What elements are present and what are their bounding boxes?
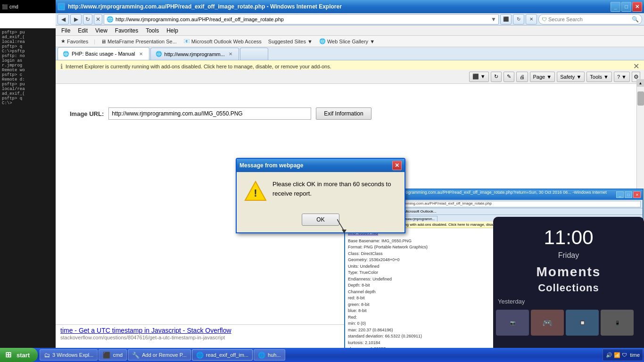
go-arrow[interactable]: ▼ [491, 16, 496, 23]
exif-info-button[interactable]: Exif Information [316, 107, 371, 120]
dialog-ok-button[interactable]: OK [302, 214, 339, 226]
stop-button[interactable]: ✕ [94, 14, 102, 25]
window-title: http://www.rjmprogramming.com.au/PHP/rea… [68, 3, 611, 10]
fav-web-slice[interactable]: 🌐 Web Slice Gallery ▼ [317, 37, 377, 45]
taskbar: ⊞ start 🗂 3 Windows Expl... ⬛ cmd 🔧 Add … [0, 348, 644, 362]
stack-overflow-link[interactable]: time - Get a UTC timestamp in Javascript… [60, 327, 231, 334]
menu-edit[interactable]: Edit [74, 26, 91, 35]
toolbar-btn-1[interactable]: ⬛ ▼ [469, 72, 489, 82]
cmd-window: psftp> pu ad_exif_( local:rea psftp> q C… [0, 28, 56, 350]
close-button[interactable]: ✕ [632, 2, 642, 12]
taskbar-items: 🗂 3 Windows Expl... ⬛ cmd 🔧 Add or Remov… [40, 349, 603, 361]
tray-icons: 🔊 📶 🛡 [606, 352, 627, 358]
fav-metaframe[interactable]: 🖥 MetaFrame Presentation Se... [99, 38, 179, 45]
tab-close-2[interactable]: ✕ [227, 51, 234, 58]
phone-sublabel: Collections [493, 282, 644, 294]
tools-btn[interactable]: Tools ▼ [586, 72, 612, 82]
bg-address: http://www.rjmprogramming.com.au/PHP/rea… [368, 201, 641, 207]
toolbar-btn-3[interactable]: ✎ [504, 72, 514, 82]
nav-extra-2[interactable]: ↻ [513, 14, 524, 25]
tab-empty[interactable] [240, 48, 268, 60]
taskbar-item-read-exif[interactable]: 🌐 read_exif_off_im... [192, 349, 253, 361]
bg-ie-controls: _ □ ✕ [616, 191, 641, 198]
tab-rjm[interactable]: 🌐 http://www.rjmprogramm... ✕ [150, 48, 239, 60]
forward-button[interactable]: ▶ [70, 14, 82, 25]
cmd-title: cmd [9, 4, 18, 9]
help-btn[interactable]: ? ▼ [614, 72, 630, 82]
info-icon: ℹ [60, 63, 63, 70]
start-button[interactable]: ⊞ start [0, 348, 38, 362]
menu-file[interactable]: File [58, 26, 74, 35]
title-bar: 🌐 http://www.rjmprogramming.com.au/PHP/r… [56, 0, 644, 13]
dialog-body: ! Please click OK in more than 60 second… [237, 172, 405, 210]
huh-taskbar-icon: 🌐 [258, 352, 265, 359]
tab-icon-2: 🌐 [156, 51, 162, 57]
image-url-label: Image URL: [70, 110, 104, 117]
outlook-icon: 📧 [183, 38, 190, 44]
phone-thumb-3: 🔲 [566, 310, 599, 336]
maximize-button[interactable]: □ [621, 2, 631, 12]
taskbar-item-huh[interactable]: 🌐 huh... [254, 349, 285, 361]
search-bar: 🛡 🔍 [538, 14, 642, 25]
fav-outlook[interactable]: 📧 Microsoft Outlook Web Access [181, 37, 264, 45]
fav-favorites[interactable]: ★ Favorites [58, 37, 91, 45]
dialog-close-button[interactable]: ✕ [392, 161, 402, 170]
dialog-message: Please click OK in more than 60 seconds … [272, 180, 397, 198]
tab-close-1[interactable]: ✕ [138, 50, 144, 57]
tab-php-manual[interactable]: 🌐 PHP: Basic usage - Manual ✕ [58, 47, 149, 60]
search-icon[interactable]: 🔍 [632, 16, 639, 23]
phone-thumb-1: 📷 [496, 310, 529, 336]
shield-icon: 🛡 [542, 16, 547, 22]
tab-label-1: PHP: Basic usage - Manual [72, 51, 135, 57]
minimize-button[interactable]: _ [611, 2, 620, 12]
cmd-content: psftp> pu ad_exif_( local:rea psftp> q C… [2, 30, 54, 106]
taskbar-item-add-remove[interactable]: 🔧 Add or Remove P... [128, 349, 191, 361]
phone-collections-label: Moments [493, 264, 644, 280]
back-button[interactable]: ◀ [58, 14, 69, 25]
menu-view[interactable]: View [91, 26, 111, 35]
favorites-bar: ★ Favorites | 🖥 MetaFrame Presentation S… [56, 36, 644, 47]
address-input[interactable] [116, 16, 491, 22]
menu-favorites[interactable]: Favorites [111, 26, 142, 35]
page-icon: 🌐 [106, 16, 114, 23]
dialog-title-text: Message from webpage [239, 162, 392, 169]
menu-tools[interactable]: Tools [142, 26, 163, 35]
scroll-thumb[interactable] [637, 91, 644, 106]
taskbar-item-cmd[interactable]: ⬛ cmd [99, 349, 127, 361]
dialog-warning-icon: ! [244, 180, 267, 202]
nav-extra-1[interactable]: ⬛ [500, 14, 512, 25]
taskbar-item-windows-explorer[interactable]: 🗂 3 Windows Expl... [40, 349, 98, 361]
phone-time: 11:00 [493, 217, 644, 251]
dialog-box: Message from webpage ✕ ! Please click OK… [236, 158, 405, 233]
page-btn[interactable]: Page ▼ [530, 72, 555, 82]
menu-help[interactable]: Help [163, 26, 182, 35]
nav-extra-3[interactable]: ✕ [526, 14, 537, 25]
toolbar-btn-2[interactable]: ↻ [491, 72, 502, 82]
fav-suggested[interactable]: Suggested Sites ▼ [266, 38, 315, 45]
phone-thumbnails: 📷 🎮 🔲 📱 [493, 310, 644, 336]
svg-text:!: ! [254, 187, 257, 199]
explorer-taskbar-icon: 🗂 [44, 352, 50, 359]
bg-minimize-btn[interactable]: _ [616, 191, 624, 198]
tray-time: time [630, 352, 640, 358]
star-icon: ★ [61, 38, 66, 44]
tab-label-2: http://www.rjmprogramm... [165, 51, 225, 57]
link-url: stackoverflow.com/questions/8047616/get-… [60, 335, 225, 340]
image-url-input[interactable] [108, 107, 311, 120]
nav-bar: ◀ ▶ ↻ ✕ 🌐 ▼ ⬛ ↻ ✕ 🛡 🔍 [56, 13, 644, 25]
bg-maximize-btn[interactable]: □ [625, 191, 632, 198]
scroll-up-btn[interactable]: ▲ [637, 79, 644, 87]
bg-close-btn[interactable]: ✕ [633, 191, 641, 198]
search-input[interactable] [548, 16, 632, 22]
metaframe-icon: 🖥 [101, 39, 106, 44]
toolbar-btn-4[interactable]: 🖨 [516, 72, 528, 82]
address-bar: 🌐 ▼ [104, 14, 499, 25]
safety-btn[interactable]: Safety ▼ [557, 72, 585, 82]
cmd-title-bar: ⬛ cmd [0, 0, 56, 13]
menu-bar: File Edit View Favorites Tools Help [56, 25, 644, 36]
refresh-button[interactable]: ↻ [83, 14, 92, 25]
phone-thumb-2: 🎮 [531, 310, 564, 336]
readexif-taskbar-icon: 🌐 [196, 352, 204, 359]
taskbar-tray: 🔊 📶 🛡 time [603, 349, 643, 361]
web-slice-icon: 🌐 [319, 38, 326, 44]
